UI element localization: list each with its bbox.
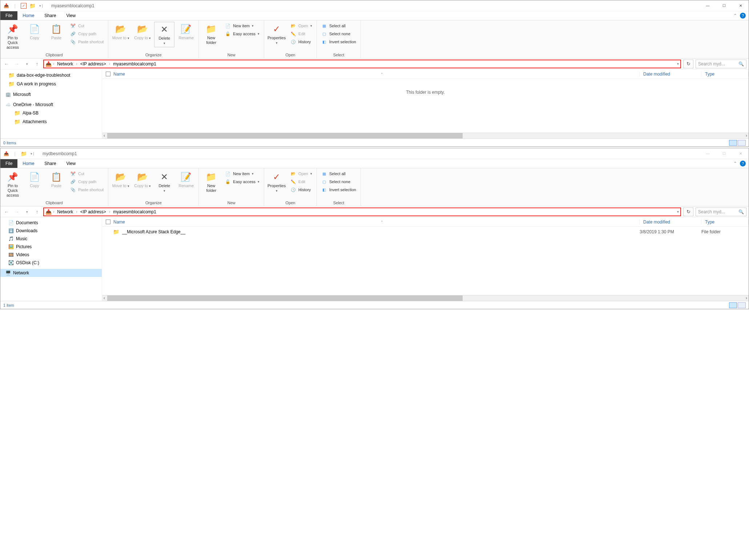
paste-shortcut-button[interactable]: 📎Paste shortcut (69, 186, 104, 193)
nav-up-button[interactable]: ↑ (33, 60, 41, 68)
select-all-checkbox[interactable] (106, 72, 110, 76)
nav-item-osdisk[interactable]: 💽OSDisk (C:) (0, 259, 102, 267)
help-icon[interactable]: ? (740, 161, 746, 166)
breadcrumb-ip[interactable]: <IP address> (79, 61, 108, 67)
column-header-date[interactable]: Date modified (640, 219, 701, 225)
tab-file[interactable]: File (0, 11, 17, 20)
properties-button[interactable]: ✓Properties▾ (266, 22, 287, 47)
qat-dropdown-icon[interactable]: ▾ | (29, 151, 35, 157)
icons-view-button[interactable] (738, 140, 746, 146)
minimize-button[interactable]: — (700, 0, 716, 11)
help-icon[interactable]: ? (740, 13, 746, 19)
select-all-button[interactable]: ▦Select all (321, 170, 357, 177)
nav-item-videos[interactable]: 🎞️Videos (0, 251, 102, 259)
paste-button[interactable]: 📋 Paste (46, 22, 67, 42)
breadcrumb-ip[interactable]: <IP address> (79, 209, 108, 214)
new-item-button[interactable]: 📄New item ▾ (224, 170, 260, 177)
nav-item-microsoft[interactable]: 🏢Microsoft (0, 90, 102, 98)
nav-item-network[interactable]: 🖥️Network (0, 269, 102, 277)
file-row[interactable]: 📁__Microsoft Azure Stack Edge__ 3/8/2019… (102, 227, 749, 237)
tab-home[interactable]: Home (17, 11, 39, 20)
column-header-type[interactable]: Type (701, 72, 749, 77)
address-bar[interactable]: 📥 › Network › <IP address> › myasesmbloc… (43, 208, 681, 216)
search-input[interactable]: Search myd... 🔍 (696, 208, 746, 216)
invert-selection-button[interactable]: ◧Invert selection (321, 186, 357, 193)
tab-share[interactable]: Share (39, 159, 61, 168)
details-view-button[interactable] (729, 140, 737, 146)
refresh-button[interactable]: ↻ (683, 208, 693, 216)
chevron-right-icon[interactable]: › (53, 62, 54, 66)
chevron-right-icon[interactable]: › (109, 210, 110, 214)
dropdown-icon[interactable]: ▾ (677, 62, 679, 66)
nav-item[interactable]: 📁GA work in progress (0, 80, 102, 88)
open-button[interactable]: 📂Open ▾ (290, 23, 313, 29)
tab-file[interactable]: File (0, 159, 17, 168)
details-view-button[interactable] (729, 302, 737, 308)
nav-item-onedrive[interactable]: ☁️OneDrive - Microsoft (0, 101, 102, 109)
chevron-right-icon[interactable]: › (76, 210, 77, 214)
nav-back-button[interactable]: ← (3, 60, 11, 68)
copy-button[interactable]: 📄Copy (24, 170, 45, 190)
invert-selection-button[interactable]: ◧Invert selection (321, 39, 357, 45)
refresh-button[interactable]: ↻ (683, 60, 693, 68)
new-folder-button[interactable]: 📁New folder (201, 170, 221, 194)
navigation-pane[interactable]: 📄Documents ⬇️Downloads 🎵Music 🖼️Pictures… (0, 217, 102, 301)
breadcrumb-network[interactable]: Network (56, 209, 75, 214)
breadcrumb-folder[interactable]: myasesmblocalcomp1 (112, 209, 158, 214)
new-folder-button[interactable]: 📁New folder (201, 22, 221, 47)
nav-up-button[interactable]: ↑ (33, 208, 41, 216)
qat-properties-icon[interactable]: ✓ (21, 3, 27, 9)
history-button[interactable]: 🕓History (290, 186, 313, 193)
cut-button[interactable]: ✂️Cut (69, 170, 104, 177)
chevron-right-icon[interactable]: › (76, 62, 77, 66)
select-none-button[interactable]: ▢Select none (321, 178, 357, 185)
select-all-checkbox[interactable] (106, 219, 110, 224)
copy-to-button[interactable]: 📂Copy to ▾ (132, 170, 153, 190)
nav-item-downloads[interactable]: ⬇️Downloads (0, 227, 102, 235)
nav-back-button[interactable]: ← (3, 208, 11, 216)
new-item-button[interactable]: 📄New item ▾ (224, 23, 260, 29)
breadcrumb-network[interactable]: Network (56, 61, 75, 67)
paste-button[interactable]: 📋Paste (46, 170, 67, 190)
close-button[interactable]: ✕ (732, 0, 749, 11)
search-input[interactable]: Search myd... 🔍 (696, 60, 746, 68)
close-button[interactable]: ✕ (732, 148, 749, 159)
copy-button[interactable]: 📄 Copy (24, 22, 45, 42)
qat-dropdown-icon[interactable]: ▾ | (38, 3, 44, 9)
column-header-name[interactable]: Name⌃ (102, 72, 640, 77)
select-all-button[interactable]: ▦Select all (321, 23, 357, 29)
icons-view-button[interactable] (738, 302, 746, 308)
nav-forward-button[interactable]: → (13, 208, 21, 216)
horizontal-scrollbar[interactable]: ‹› (102, 295, 749, 301)
address-bar[interactable]: 📥 › Network › <IP address> › myasesmbloc… (43, 60, 681, 68)
easy-access-button[interactable]: 🔓Easy access ▾ (224, 31, 260, 37)
pin-to-quick-access-button[interactable]: 📌 Pin to Quick access (3, 22, 23, 52)
column-header-type[interactable]: Type (701, 219, 749, 225)
copy-path-button[interactable]: 🔗Copy path (69, 178, 104, 185)
nav-item-pictures[interactable]: 🖼️Pictures (0, 243, 102, 251)
copy-to-button[interactable]: 📂Copy to ▾ (132, 22, 153, 42)
tab-view[interactable]: View (61, 159, 81, 168)
rename-button[interactable]: 📝Rename (176, 170, 196, 190)
delete-button[interactable]: ✕Delete▾ (154, 170, 174, 194)
horizontal-scrollbar[interactable]: ‹› (102, 133, 749, 138)
nav-recent-button[interactable]: ▾ (23, 208, 31, 216)
nav-item[interactable]: 📁Attachments (0, 117, 102, 126)
move-to-button[interactable]: 📂Move to ▾ (110, 22, 131, 42)
move-to-button[interactable]: 📂Move to ▾ (110, 170, 131, 190)
minimize-button[interactable]: — (700, 148, 716, 159)
history-button[interactable]: 🕓History (290, 39, 313, 45)
dropdown-icon[interactable]: ▾ (677, 210, 679, 214)
collapse-ribbon-icon[interactable]: ⌃ (733, 13, 737, 18)
paste-shortcut-button[interactable]: 📎Paste shortcut (69, 39, 104, 45)
maximize-button[interactable]: ☐ (716, 148, 732, 159)
open-button[interactable]: 📂Open ▾ (290, 170, 313, 177)
edit-button[interactable]: ✏️Edit (290, 31, 313, 37)
easy-access-button[interactable]: 🔓Easy access ▾ (224, 178, 260, 185)
nav-recent-button[interactable]: ▾ (23, 60, 31, 68)
edit-button[interactable]: ✏️Edit (290, 178, 313, 185)
qat-folder-icon[interactable]: 📁 (21, 151, 27, 157)
nav-item-documents[interactable]: 📄Documents (0, 219, 102, 227)
chevron-right-icon[interactable]: › (109, 62, 110, 66)
column-header-name[interactable]: Name⌃ (102, 219, 640, 225)
